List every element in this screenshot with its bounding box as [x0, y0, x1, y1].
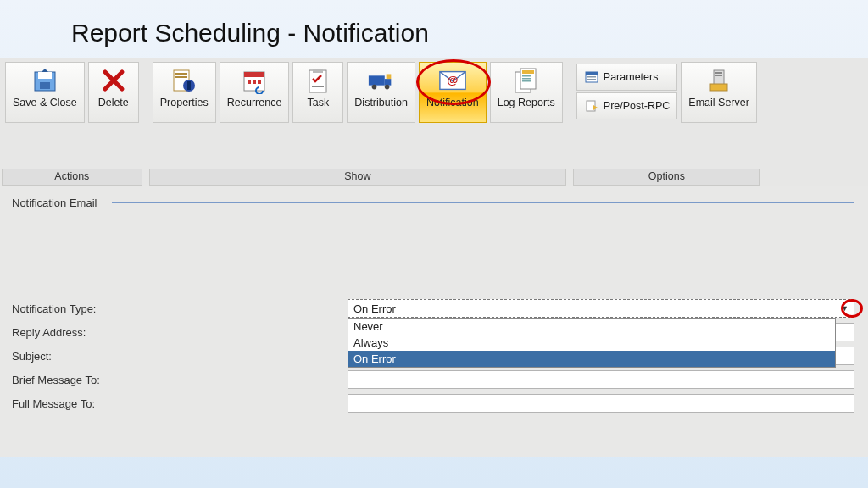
groupbox-title: Notification Email [12, 197, 854, 211]
notification-type-value: On Error [353, 302, 396, 315]
notification-icon: @ [438, 66, 467, 95]
distribution-label: Distribution [354, 97, 408, 108]
delete-icon [99, 66, 128, 95]
full-message-to-label: Full Message To: [12, 397, 342, 410]
save-icon [31, 66, 59, 95]
notification-email-panel: Notification Email Notification Type: On… [0, 186, 868, 458]
svg-rect-19 [368, 75, 384, 85]
rpc-icon [584, 98, 599, 114]
notification-type-dropdown: Never Always On Error [348, 318, 836, 368]
log-reports-label: Log Reports [498, 97, 555, 108]
combo-option-never[interactable]: Never [348, 319, 835, 335]
svg-rect-1 [38, 72, 52, 79]
svg-rect-20 [384, 79, 391, 86]
ribbon: Save & Close Delete Actions Properties [0, 58, 868, 186]
pre-post-rpc-button[interactable]: Pre/Post-RPC [576, 92, 678, 119]
task-button[interactable]: Task [292, 62, 343, 123]
notification-type-label: Notification Type: [12, 302, 342, 315]
properties-icon [170, 66, 198, 95]
reply-address-label: Reply Address: [12, 326, 342, 339]
svg-rect-29 [522, 75, 531, 77]
svg-rect-35 [587, 79, 596, 80]
delete-button[interactable]: Delete [88, 62, 139, 123]
svg-point-21 [371, 85, 376, 90]
log-reports-button[interactable]: Log Reports [490, 62, 563, 123]
groupbox-divider [112, 202, 854, 203]
combo-option-on-error[interactable]: On Error [348, 351, 835, 367]
recurrence-icon [240, 66, 269, 95]
svg-rect-30 [522, 78, 531, 80]
svg-text:@: @ [447, 74, 458, 86]
parameters-button[interactable]: Parameters [576, 64, 678, 91]
svg-rect-10 [187, 81, 191, 90]
svg-rect-2 [40, 82, 50, 89]
save-close-button[interactable]: Save & Close [5, 62, 85, 123]
notification-label: Notification [426, 97, 479, 108]
svg-rect-23 [386, 74, 391, 79]
notification-button[interactable]: @ Notification [419, 62, 487, 123]
recurrence-button[interactable]: Recurrence [220, 62, 290, 123]
svg-rect-31 [522, 80, 531, 82]
full-message-to-input[interactable] [348, 394, 854, 413]
svg-rect-8 [175, 76, 187, 78]
svg-rect-7 [175, 73, 187, 75]
svg-rect-16 [309, 70, 326, 92]
svg-rect-14 [253, 80, 256, 84]
svg-rect-28 [522, 70, 534, 74]
notification-type-combo[interactable]: On Error ▼ Never Always On Error [348, 299, 854, 318]
parameters-label: Parameters [604, 71, 659, 83]
chevron-down-icon[interactable]: ▼ [841, 304, 849, 313]
svg-rect-12 [244, 72, 264, 77]
delete-label: Delete [98, 97, 129, 108]
save-close-label: Save & Close [13, 97, 77, 108]
properties-button[interactable]: Properties [153, 62, 216, 123]
svg-rect-39 [715, 72, 722, 74]
svg-marker-3 [42, 69, 48, 72]
svg-rect-15 [258, 80, 261, 84]
distribution-icon [367, 66, 396, 95]
task-icon [303, 66, 332, 95]
log-reports-icon [512, 66, 541, 95]
ribbon-group-actions: Save & Close Delete Actions [2, 58, 142, 186]
svg-rect-41 [710, 84, 727, 91]
email-server-label: Email Server [688, 97, 749, 108]
svg-rect-17 [313, 69, 323, 73]
ribbon-group-show-label: Show [149, 169, 566, 186]
svg-rect-40 [715, 75, 722, 76]
svg-point-22 [384, 85, 389, 90]
pre-post-rpc-label: Pre/Post-RPC [604, 100, 670, 112]
email-server-button[interactable]: Email Server [681, 62, 757, 123]
ribbon-group-actions-label: Actions [2, 169, 142, 186]
email-server-icon [704, 66, 733, 95]
brief-message-to-input[interactable] [348, 370, 854, 389]
subject-label: Subject: [12, 350, 342, 363]
ribbon-group-options: Parameters Pre/Post-RPC Email Server Opt… [573, 58, 760, 186]
svg-rect-13 [248, 80, 251, 84]
recurrence-label: Recurrence [227, 97, 282, 108]
page-title: Report Scheduling - Notification [0, 0, 868, 58]
ribbon-group-show: Properties Recurrence Task Distribution [149, 58, 566, 186]
svg-rect-33 [586, 72, 598, 75]
brief-message-to-label: Brief Message To: [12, 374, 342, 386]
ribbon-group-options-label: Options [573, 169, 760, 186]
properties-label: Properties [160, 97, 209, 108]
svg-rect-34 [587, 76, 596, 78]
svg-rect-18 [312, 86, 324, 87]
distribution-button[interactable]: Distribution [347, 62, 415, 123]
task-label: Task [307, 97, 329, 108]
combo-option-always[interactable]: Always [348, 335, 835, 351]
parameters-icon [584, 69, 599, 85]
